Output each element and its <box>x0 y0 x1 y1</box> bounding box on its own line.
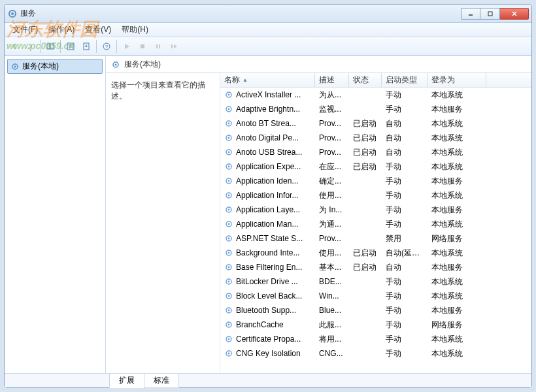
content-area: 服务(本地) 服务(本地) 选择一个项目来查看它的描述。 名称 描述 状态 启动… <box>5 56 531 373</box>
close-button[interactable] <box>500 8 529 20</box>
service-name: Application Laye... <box>220 205 315 214</box>
menu-file[interactable]: 文件(F) <box>7 23 43 37</box>
list-header: 名称 描述 状态 启动类型 登录为 <box>220 73 531 88</box>
main-pane: 服务(本地) 选择一个项目来查看它的描述。 名称 描述 状态 启动类型 登录为 … <box>106 56 531 373</box>
tree-pane: 服务(本地) <box>5 56 106 373</box>
service-row[interactable]: Adaptive Brightn...监视...手动本地服务 <box>220 102 531 116</box>
service-row[interactable]: Anoto Digital Pe...Prov...已启动自动本地系统 <box>220 131 531 145</box>
service-startup: 自动 <box>382 133 427 144</box>
service-status: 已启动 <box>349 133 382 144</box>
minimize-button[interactable] <box>461 8 480 20</box>
service-row[interactable]: Certificate Propa...将用...手动本地系统 <box>220 332 531 346</box>
service-row[interactable]: Anoto USB Strea...Prov...已启动自动本地系统 <box>220 145 531 159</box>
service-name: BitLocker Drive ... <box>220 277 315 286</box>
service-name: Anoto BT Strea... <box>220 119 315 128</box>
svg-point-23 <box>228 94 230 96</box>
main-header-title: 服务(本地) <box>124 59 161 70</box>
service-name: Background Inte... <box>220 248 315 257</box>
service-name: ActiveX Installer ... <box>220 90 315 99</box>
svg-point-41 <box>228 223 230 225</box>
service-desc: CNG... <box>315 349 349 358</box>
svg-point-55 <box>228 324 230 326</box>
svg-point-51 <box>228 295 230 297</box>
service-logon: 本地系统 <box>427 118 486 129</box>
list-body[interactable]: ActiveX Installer ...为从...手动本地系统Adaptive… <box>220 88 531 373</box>
menu-action[interactable]: 操作(A) <box>43 23 80 37</box>
service-startup: 手动 <box>382 305 427 316</box>
service-row[interactable]: CNG Key IsolationCNG...手动本地系统 <box>220 346 531 361</box>
service-desc: Blue... <box>315 306 349 315</box>
service-name: Base Filtering En... <box>220 263 315 272</box>
service-row[interactable]: ASP.NET State S...Prov...禁用网络服务 <box>220 231 531 246</box>
service-desc: 使用... <box>315 248 349 259</box>
menubar: 文件(F) 操作(A) 查看(V) 帮助(H) <box>5 23 531 37</box>
service-desc: 为通... <box>315 219 349 230</box>
service-startup: 手动 <box>382 219 427 230</box>
service-startup: 手动 <box>382 291 427 302</box>
forward-button <box>23 39 37 54</box>
svg-point-19 <box>14 65 16 67</box>
export-button[interactable] <box>79 39 93 54</box>
tab-extended[interactable]: 扩展 <box>109 374 144 388</box>
svg-rect-15 <box>156 44 158 48</box>
svg-rect-16 <box>159 44 160 48</box>
column-description[interactable]: 描述 <box>315 73 349 87</box>
svg-text:?: ? <box>105 44 109 50</box>
tree-node-services-local[interactable]: 服务(本地) <box>7 59 103 74</box>
service-row[interactable]: Application Infor...使用...手动本地系统 <box>220 188 531 203</box>
service-logon: 网络服务 <box>427 319 486 331</box>
show-hide-button[interactable] <box>43 39 58 54</box>
menu-help[interactable]: 帮助(H) <box>116 23 154 37</box>
service-row[interactable]: BitLocker Drive ...BDE...手动本地系统 <box>220 274 531 289</box>
service-desc: 为 In... <box>315 204 349 216</box>
menu-view[interactable]: 查看(V) <box>80 23 116 37</box>
svg-point-47 <box>228 267 230 269</box>
column-name[interactable]: 名称 <box>220 73 315 87</box>
service-row[interactable]: Application Laye...为 In...手动本地服务 <box>220 203 531 217</box>
titlebar[interactable]: 服务 <box>5 5 531 23</box>
properties-button[interactable] <box>63 39 78 54</box>
column-logon-as[interactable]: 登录为 <box>427 73 486 87</box>
column-startup-type[interactable]: 启动类型 <box>382 73 427 87</box>
service-row[interactable]: Application Expe...在应...已启动手动本地系统 <box>220 159 531 174</box>
service-logon: 本地服务 <box>427 305 486 316</box>
service-row[interactable]: Block Level Back...Win...手动本地系统 <box>220 289 531 303</box>
service-name: Application Expe... <box>220 162 315 171</box>
service-desc: 基本... <box>315 262 349 273</box>
pause-button <box>151 39 165 54</box>
service-logon: 本地系统 <box>427 147 486 158</box>
start-button <box>120 39 134 54</box>
service-desc: 将用... <box>315 334 349 345</box>
maximize-button[interactable] <box>480 8 500 20</box>
view-tabs: 扩展 标准 <box>5 373 531 387</box>
service-row[interactable]: Background Inte...使用...已启动自动(延迟...本地系统 <box>220 246 531 260</box>
service-startup: 自动(延迟... <box>382 248 427 259</box>
service-row[interactable]: Bluetooth Supp...Blue...手动本地服务 <box>220 303 531 318</box>
service-row[interactable]: Anoto BT Strea...Prov...已启动自动本地系统 <box>220 116 531 131</box>
service-desc: 为从... <box>315 90 349 101</box>
help-button[interactable]: ? <box>99 39 114 54</box>
service-logon: 本地系统 <box>427 291 486 302</box>
service-logon: 本地系统 <box>427 219 486 230</box>
svg-point-59 <box>228 353 230 355</box>
svg-point-21 <box>115 63 117 65</box>
svg-rect-7 <box>50 44 54 49</box>
column-status[interactable]: 状态 <box>349 73 382 87</box>
svg-point-1 <box>11 12 14 15</box>
svg-rect-3 <box>488 12 492 16</box>
description-prompt: 选择一个项目来查看它的描述。 <box>111 80 205 101</box>
svg-point-49 <box>228 281 230 283</box>
service-row[interactable]: Base Filtering En...基本...已启动自动本地服务 <box>220 260 531 274</box>
service-logon: 本地系统 <box>427 348 486 359</box>
service-startup: 自动 <box>382 262 427 273</box>
service-row[interactable]: Application Man...为通...手动本地系统 <box>220 217 531 231</box>
service-row[interactable]: Application Iden...确定...手动本地服务 <box>220 174 531 188</box>
tree-node-label: 服务(本地) <box>22 61 59 72</box>
service-desc: 确定... <box>315 176 349 187</box>
service-row[interactable]: ActiveX Installer ...为从...手动本地系统 <box>220 88 531 102</box>
service-startup: 手动 <box>382 276 427 287</box>
service-name: Adaptive Brightn... <box>220 105 315 114</box>
service-row[interactable]: BranchCache此服...手动网络服务 <box>220 318 531 332</box>
service-name: Bluetooth Supp... <box>220 306 315 315</box>
tab-standard[interactable]: 标准 <box>144 374 179 388</box>
